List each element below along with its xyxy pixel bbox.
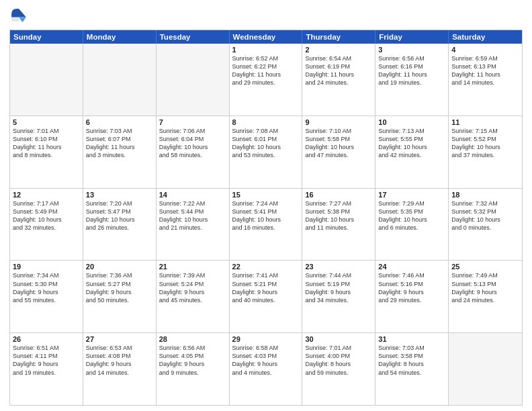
calendar-cell: 1Sunrise: 6:52 AM Sunset: 6:22 PM Daylig… xyxy=(230,44,303,116)
day-number: 20 xyxy=(86,263,153,271)
day-number: 19 xyxy=(13,263,80,271)
calendar-cell xyxy=(157,44,230,116)
day-number: 22 xyxy=(232,263,300,271)
calendar-cell: 29Sunrise: 6:58 AM Sunset: 4:03 PM Dayli… xyxy=(230,333,303,405)
cell-info: Sunrise: 7:01 AM Sunset: 6:10 PM Dayligh… xyxy=(13,127,80,160)
cell-info: Sunrise: 7:41 AM Sunset: 5:21 PM Dayligh… xyxy=(232,271,300,304)
cell-info: Sunrise: 7:10 AM Sunset: 5:58 PM Dayligh… xyxy=(305,127,372,160)
weekday-header: Monday xyxy=(83,30,157,44)
cell-info: Sunrise: 7:24 AM Sunset: 5:41 PM Dayligh… xyxy=(232,199,300,232)
cell-info: Sunrise: 7:20 AM Sunset: 5:47 PM Dayligh… xyxy=(86,199,153,232)
day-number: 31 xyxy=(378,335,445,343)
weekday-header: Wednesday xyxy=(230,30,303,44)
calendar-cell: 13Sunrise: 7:20 AM Sunset: 5:47 PM Dayli… xyxy=(83,189,157,261)
cell-info: Sunrise: 6:54 AM Sunset: 6:19 PM Dayligh… xyxy=(305,54,372,87)
cell-info: Sunrise: 6:56 AM Sunset: 4:05 PM Dayligh… xyxy=(159,344,226,377)
day-number: 24 xyxy=(378,263,445,271)
cell-info: Sunrise: 7:27 AM Sunset: 5:38 PM Dayligh… xyxy=(305,199,372,232)
cell-info: Sunrise: 7:46 AM Sunset: 5:16 PM Dayligh… xyxy=(378,271,445,304)
cell-info: Sunrise: 6:56 AM Sunset: 6:16 PM Dayligh… xyxy=(378,54,445,87)
day-number: 30 xyxy=(305,335,372,343)
calendar-row: 19Sunrise: 7:34 AM Sunset: 5:30 PM Dayli… xyxy=(10,260,522,332)
day-number: 11 xyxy=(451,118,519,126)
day-number: 28 xyxy=(159,335,226,343)
calendar-cell: 18Sunrise: 7:32 AM Sunset: 5:32 PM Dayli… xyxy=(449,189,522,261)
svg-marker-1 xyxy=(19,17,26,23)
calendar-cell: 7Sunrise: 7:06 AM Sunset: 6:04 PM Daylig… xyxy=(157,116,230,188)
calendar-cell: 2Sunrise: 6:54 AM Sunset: 6:19 PM Daylig… xyxy=(302,44,375,116)
calendar-cell: 25Sunrise: 7:49 AM Sunset: 5:13 PM Dayli… xyxy=(449,261,522,332)
day-number: 4 xyxy=(451,46,519,54)
cell-info: Sunrise: 7:15 AM Sunset: 5:52 PM Dayligh… xyxy=(451,127,519,160)
weekday-header: Sunday xyxy=(10,30,83,44)
calendar-cell: 8Sunrise: 7:08 AM Sunset: 6:01 PM Daylig… xyxy=(230,116,303,188)
calendar-cell: 31Sunrise: 7:03 AM Sunset: 3:58 PM Dayli… xyxy=(375,333,449,405)
calendar-row: 26Sunrise: 6:51 AM Sunset: 4:11 PM Dayli… xyxy=(10,332,522,405)
day-number: 15 xyxy=(232,191,300,199)
cell-info: Sunrise: 7:13 AM Sunset: 5:55 PM Dayligh… xyxy=(378,127,445,160)
calendar-row: 1Sunrise: 6:52 AM Sunset: 6:22 PM Daylig… xyxy=(10,44,522,116)
logo-icon xyxy=(9,7,28,26)
cell-info: Sunrise: 7:03 AM Sunset: 3:58 PM Dayligh… xyxy=(378,344,445,377)
cell-info: Sunrise: 7:34 AM Sunset: 5:30 PM Dayligh… xyxy=(13,271,80,304)
day-number: 27 xyxy=(86,335,153,343)
calendar-row: 5Sunrise: 7:01 AM Sunset: 6:10 PM Daylig… xyxy=(10,116,522,188)
calendar-cell: 4Sunrise: 6:59 AM Sunset: 6:13 PM Daylig… xyxy=(449,44,522,116)
cell-info: Sunrise: 7:22 AM Sunset: 5:44 PM Dayligh… xyxy=(159,199,226,232)
calendar-cell: 16Sunrise: 7:27 AM Sunset: 5:38 PM Dayli… xyxy=(302,189,375,261)
calendar-cell: 30Sunrise: 7:01 AM Sunset: 4:00 PM Dayli… xyxy=(302,333,375,405)
day-number: 6 xyxy=(86,118,153,126)
cell-info: Sunrise: 6:53 AM Sunset: 4:08 PM Dayligh… xyxy=(86,344,153,377)
cell-info: Sunrise: 7:01 AM Sunset: 4:00 PM Dayligh… xyxy=(305,344,372,377)
calendar-cell xyxy=(10,44,83,116)
day-number: 14 xyxy=(159,191,226,199)
logo xyxy=(9,7,31,26)
calendar-cell: 9Sunrise: 7:10 AM Sunset: 5:58 PM Daylig… xyxy=(302,116,375,188)
calendar-cell: 14Sunrise: 7:22 AM Sunset: 5:44 PM Dayli… xyxy=(157,189,230,261)
cell-info: Sunrise: 7:29 AM Sunset: 5:35 PM Dayligh… xyxy=(378,199,445,232)
page: SundayMondayTuesdayWednesdayThursdayFrid… xyxy=(0,0,532,411)
calendar-cell: 27Sunrise: 6:53 AM Sunset: 4:08 PM Dayli… xyxy=(83,333,157,405)
day-number: 3 xyxy=(378,46,445,54)
cell-info: Sunrise: 7:44 AM Sunset: 5:19 PM Dayligh… xyxy=(305,271,372,304)
calendar-cell: 10Sunrise: 7:13 AM Sunset: 5:55 PM Dayli… xyxy=(375,116,449,188)
calendar-cell: 23Sunrise: 7:44 AM Sunset: 5:19 PM Dayli… xyxy=(302,261,375,332)
day-number: 2 xyxy=(305,46,372,54)
calendar-cell: 24Sunrise: 7:46 AM Sunset: 5:16 PM Dayli… xyxy=(375,261,449,332)
day-number: 13 xyxy=(86,191,153,199)
day-number: 29 xyxy=(232,335,300,343)
day-number: 8 xyxy=(232,118,300,126)
day-number: 26 xyxy=(13,335,80,343)
cell-info: Sunrise: 7:32 AM Sunset: 5:32 PM Dayligh… xyxy=(451,199,519,232)
calendar-cell: 28Sunrise: 6:56 AM Sunset: 4:05 PM Dayli… xyxy=(157,333,230,405)
calendar-cell: 26Sunrise: 6:51 AM Sunset: 4:11 PM Dayli… xyxy=(10,333,83,405)
calendar-header: SundayMondayTuesdayWednesdayThursdayFrid… xyxy=(10,30,522,44)
weekday-header: Friday xyxy=(375,30,449,44)
calendar-cell xyxy=(83,44,157,116)
cell-info: Sunrise: 7:08 AM Sunset: 6:01 PM Dayligh… xyxy=(232,127,300,160)
calendar-cell: 5Sunrise: 7:01 AM Sunset: 6:10 PM Daylig… xyxy=(10,116,83,188)
day-number: 17 xyxy=(378,191,445,199)
weekday-header: Saturday xyxy=(449,30,522,44)
day-number: 23 xyxy=(305,263,372,271)
cell-info: Sunrise: 7:39 AM Sunset: 5:24 PM Dayligh… xyxy=(159,271,226,304)
svg-marker-0 xyxy=(19,9,26,17)
weekday-header: Tuesday xyxy=(157,30,230,44)
day-number: 25 xyxy=(451,263,519,271)
calendar: SundayMondayTuesdayWednesdayThursdayFrid… xyxy=(9,30,523,406)
day-number: 7 xyxy=(159,118,226,126)
cell-info: Sunrise: 6:59 AM Sunset: 6:13 PM Dayligh… xyxy=(451,54,519,87)
calendar-cell xyxy=(449,333,522,405)
cell-info: Sunrise: 6:58 AM Sunset: 4:03 PM Dayligh… xyxy=(232,344,300,377)
cell-info: Sunrise: 7:17 AM Sunset: 5:49 PM Dayligh… xyxy=(13,199,80,232)
day-number: 21 xyxy=(159,263,226,271)
day-number: 12 xyxy=(13,191,80,199)
day-number: 1 xyxy=(232,46,300,54)
calendar-cell: 6Sunrise: 7:03 AM Sunset: 6:07 PM Daylig… xyxy=(83,116,157,188)
calendar-cell: 21Sunrise: 7:39 AM Sunset: 5:24 PM Dayli… xyxy=(157,261,230,332)
calendar-cell: 22Sunrise: 7:41 AM Sunset: 5:21 PM Dayli… xyxy=(230,261,303,332)
day-number: 9 xyxy=(305,118,372,126)
calendar-cell: 20Sunrise: 7:36 AM Sunset: 5:27 PM Dayli… xyxy=(83,261,157,332)
calendar-body: 1Sunrise: 6:52 AM Sunset: 6:22 PM Daylig… xyxy=(10,44,522,405)
day-number: 10 xyxy=(378,118,445,126)
